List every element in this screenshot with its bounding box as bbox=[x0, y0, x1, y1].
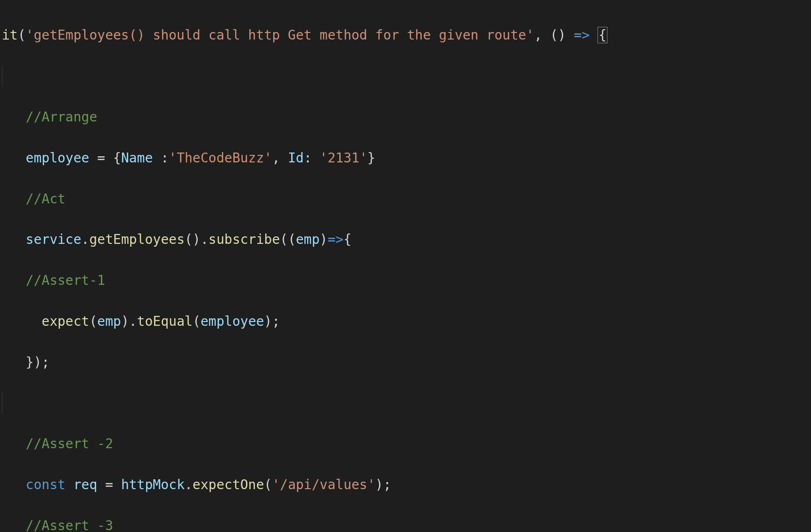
code-line: expect(emp).toEqual(employee); bbox=[2, 311, 811, 331]
token-property: Id bbox=[288, 150, 304, 166]
code-line: it('getEmployees() should call http Get … bbox=[2, 25, 811, 45]
token-string: '2131' bbox=[319, 150, 367, 166]
token-variable: service bbox=[26, 232, 82, 247]
token-string: '/api/values' bbox=[272, 477, 375, 492]
token-property: Name bbox=[121, 150, 153, 166]
token-arrow: => bbox=[574, 27, 590, 43]
token-function: toEqual bbox=[137, 314, 193, 329]
token-string: 'TheCodeBuzz' bbox=[169, 150, 272, 166]
code-line: const req = httpMock.expectOne('/api/val… bbox=[2, 475, 811, 495]
matched-bracket-icon: { bbox=[598, 27, 607, 43]
token-variable: httpMock bbox=[121, 477, 185, 492]
token-function: subscribe bbox=[208, 232, 280, 247]
token-comment: //Arrange bbox=[26, 109, 98, 125]
code-line: employee = {Name :'TheCodeBuzz', Id: '21… bbox=[2, 148, 811, 168]
token-function: expect bbox=[41, 314, 89, 329]
code-line: //Assert -3 bbox=[2, 516, 811, 532]
token-comment: //Assert-1 bbox=[26, 273, 106, 288]
token-variable: req bbox=[74, 477, 98, 492]
token-variable: emp bbox=[97, 314, 121, 329]
code-line: }); bbox=[2, 352, 811, 372]
code-line bbox=[2, 393, 811, 413]
code-line: service.getEmployees().subscribe((emp)=>… bbox=[2, 229, 811, 250]
code-line: //Assert-1 bbox=[2, 270, 811, 290]
code-line: //Act bbox=[2, 189, 811, 209]
token-variable: employee bbox=[200, 314, 264, 329]
token-function: expectOne bbox=[193, 477, 264, 492]
token-arrow: => bbox=[328, 232, 344, 247]
token-string: 'getEmployees() should call http Get met… bbox=[26, 27, 534, 43]
token-variable: employee bbox=[26, 150, 90, 166]
code-line: //Assert -2 bbox=[2, 434, 811, 454]
token-function: it bbox=[2, 27, 18, 43]
token-comment: //Assert -3 bbox=[26, 518, 113, 532]
code-line: //Arrange bbox=[2, 107, 811, 127]
token-function: getEmployees bbox=[89, 232, 184, 247]
token-comment: //Assert -2 bbox=[26, 436, 113, 451]
token-keyword: const bbox=[26, 477, 66, 492]
token-param: emp bbox=[296, 232, 320, 247]
code-line bbox=[2, 66, 811, 86]
code-editor[interactable]: it('getEmployees() should call http Get … bbox=[0, 0, 811, 532]
token-comment: //Act bbox=[26, 191, 66, 207]
